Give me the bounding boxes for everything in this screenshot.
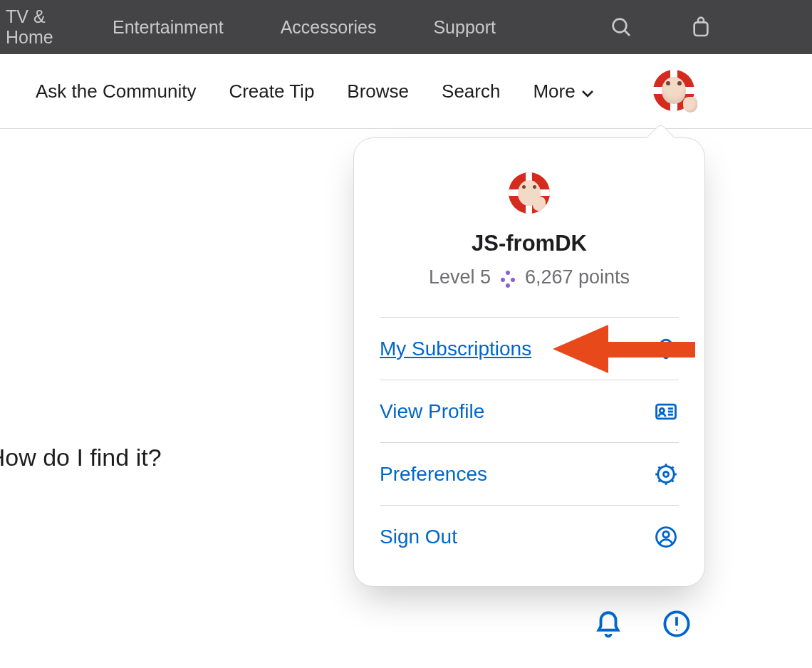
subnav-ask-community[interactable]: Ask the Community (36, 80, 196, 103)
page-subtitle: eply. How do I find it? (0, 444, 162, 471)
chevron-down-icon (581, 80, 594, 103)
community-sub-nav: Ask the Community Create Tip Browse Sear… (0, 54, 812, 129)
profile-username: JS-fromDK (354, 231, 704, 256)
menu-view-profile-label: View Profile (380, 400, 484, 423)
search-icon[interactable] (610, 14, 633, 40)
profile-dropdown: JS-fromDK Level 5 6,267 points My Subscr… (353, 137, 705, 587)
profile-points-label: 6,267 points (525, 266, 630, 288)
subnav-more-button[interactable]: More (533, 80, 593, 103)
bell-icon (653, 336, 679, 362)
global-nav: TV & Home Entertainment Accessories Supp… (0, 0, 812, 54)
svg-point-4 (660, 408, 664, 412)
subnav-search[interactable]: Search (442, 80, 500, 103)
subscribe-bell-icon[interactable] (593, 608, 624, 640)
menu-preferences-label: Preferences (380, 463, 487, 486)
nav-item-tv-home[interactable]: TV & Home (6, 6, 56, 48)
menu-sign-out-label: Sign Out (380, 526, 457, 548)
subnav-more-label: More (533, 80, 575, 103)
menu-view-profile[interactable]: View Profile (380, 380, 679, 442)
svg-line-14 (659, 466, 660, 468)
svg-point-9 (663, 471, 668, 476)
nav-item-entertainment[interactable]: Entertainment (113, 17, 224, 38)
menu-sign-out[interactable]: Sign Out (380, 505, 679, 568)
svg-line-1 (625, 31, 630, 36)
menu-preferences[interactable]: Preferences (380, 442, 679, 505)
gear-icon (653, 461, 679, 487)
menu-my-subscriptions[interactable]: My Subscriptions (380, 317, 679, 380)
report-alert-icon[interactable] (661, 608, 692, 640)
profile-avatar-button[interactable] (653, 70, 694, 111)
svg-point-19 (663, 531, 670, 538)
profile-level-line: Level 5 6,267 points (354, 266, 704, 288)
svg-line-15 (672, 480, 673, 481)
svg-point-22 (676, 630, 677, 631)
subnav-browse[interactable]: Browse (347, 80, 409, 103)
content-area: ty eply. How do I find it? JS-fromDK Lev… (0, 129, 812, 668)
level-dots-icon (499, 269, 516, 286)
user-circle-icon (653, 524, 679, 550)
subnav-create-tip[interactable]: Create Tip (229, 80, 314, 103)
nav-item-accessories[interactable]: Accessories (281, 17, 377, 38)
svg-point-8 (658, 466, 675, 482)
id-card-icon (653, 399, 679, 424)
svg-line-16 (659, 480, 660, 481)
thread-action-icons (593, 608, 692, 640)
shopping-bag-icon[interactable] (689, 14, 712, 40)
menu-my-subscriptions-label: My Subscriptions (380, 338, 531, 360)
svg-line-17 (672, 466, 673, 468)
profile-menu: My Subscriptions View Profile Preference… (380, 317, 679, 568)
nav-item-support[interactable]: Support (433, 17, 496, 38)
profile-dropdown-avatar (509, 172, 550, 214)
svg-rect-2 (694, 22, 708, 36)
profile-level-label: Level 5 (429, 266, 491, 288)
svg-point-0 (613, 19, 627, 33)
